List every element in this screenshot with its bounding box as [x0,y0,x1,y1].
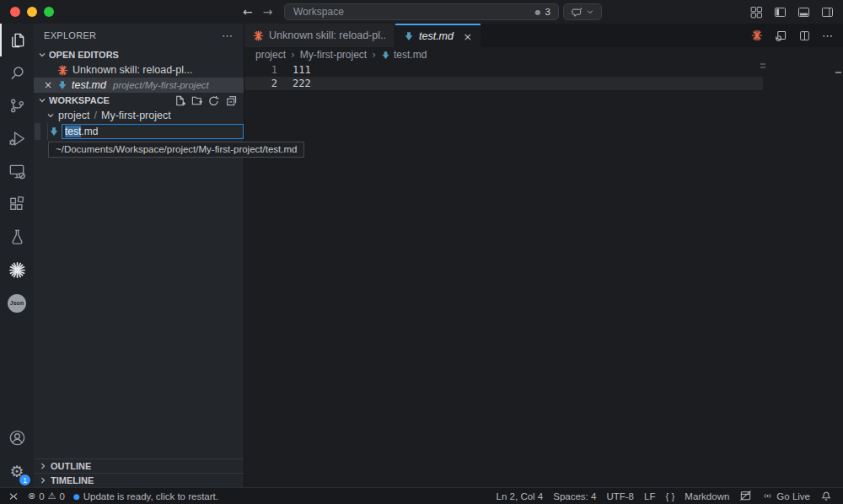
rename-input[interactable]: test.md [62,124,244,139]
rename-rest-text: .md [81,126,98,137]
window-controls-traffic-lights [10,7,54,17]
account-icon[interactable] [0,421,34,454]
new-file-icon[interactable] [174,94,186,107]
code-area[interactable]: 1 111 2 222 [244,62,843,487]
status-bar: ⊗ 0 ⚠ 0 ● Update is ready, click to rest… [0,487,843,504]
breadcrumb-root[interactable]: project [255,49,286,61]
minimize-window-button[interactable] [27,7,37,17]
explorer-more-actions-icon[interactable]: ⋯ [222,29,234,42]
settings-gear-icon[interactable]: ⚙ 1 [0,454,34,487]
markdown-file-icon [381,51,390,60]
breadcrumb-file[interactable]: test.md [381,49,427,61]
editor-group: Unknown skill: reload-pl... test.md × [244,24,843,487]
timeline-section-header[interactable]: TIMELINE [34,473,244,487]
command-center-search[interactable]: Workspace ● 3 [284,3,559,20]
line-number: 1 [244,63,277,77]
breadcrumb-folder[interactable]: My-first-project [300,49,367,61]
activity-bar: Json ⚙ 1 [0,24,34,487]
open-preview-icon[interactable] [774,29,787,42]
chevron-right-icon [39,462,47,470]
settings-badge: 1 [19,475,30,485]
customize-layout-icon[interactable] [749,5,764,19]
browser-slash-icon[interactable] [735,490,756,502]
forward-icon[interactable]: → [263,5,273,19]
problems-indicator[interactable]: ⊗ 0 ⚠ 0 [24,491,69,501]
starburst-icon [253,30,264,41]
extensions-icon[interactable] [0,188,34,221]
explorer-sidebar: EXPLORER ⋯ OPEN EDITORS Unknown skill: r… [34,24,244,487]
language-mode[interactable]: Markdown [680,491,733,501]
open-editors-header[interactable]: OPEN EDITORS [34,47,244,62]
eol-status[interactable]: LF [640,491,659,501]
update-message: Update is ready, click to restart. [83,491,218,501]
testing-icon[interactable] [0,221,34,254]
chevron-separator: › [372,49,376,61]
line-text: 111 [293,63,311,77]
refresh-icon[interactable] [207,94,220,107]
tab-label: Unknown skill: reload-pl... [269,29,386,41]
open-editor-item-test-md[interactable]: × test.md project/My-first-project [34,78,244,93]
explorer-icon[interactable] [0,24,34,56]
command-center-badge: ● 3 [535,7,558,17]
close-window-button[interactable] [10,7,20,17]
indentation-status[interactable]: Spaces: 4 [549,491,600,501]
workspace-header[interactable]: WORKSPACE [34,93,244,108]
brackets-status[interactable]: { } [661,491,679,501]
outline-section-header[interactable]: OUTLINE [34,458,244,473]
remote-indicator[interactable] [3,491,24,502]
encoding-status[interactable]: UTF-8 [602,491,638,501]
update-status[interactable]: ● Update is ready, click to restart. [69,491,223,501]
toggle-panel-icon[interactable] [797,5,811,19]
more-actions-icon[interactable]: ⋯ [822,29,833,42]
chevron-down-icon [38,51,46,59]
copilot-chat-button[interactable] [563,3,602,20]
markdown-file-icon [404,31,414,41]
folder-row-project[interactable]: project / My-first-project [34,108,244,123]
bell-icon[interactable] [816,491,836,502]
new-folder-icon[interactable] [191,94,203,107]
badge-count: 3 [545,7,550,17]
file-path-tooltip: ~/Documents/Workspace/project/My-first-p… [48,142,304,158]
starburst-icon[interactable] [751,29,763,41]
go-live-status[interactable]: Go Live [758,491,814,501]
rename-file-row: test.md [34,123,244,140]
chevron-down-icon [586,8,594,16]
folder-name: project [58,110,90,121]
cursor-position[interactable]: Ln 2, Col 4 [492,491,548,501]
back-icon[interactable]: ← [243,5,253,19]
titlebar: ← → Workspace ● 3 [0,0,843,24]
tab-unknown-skill[interactable]: Unknown skill: reload-pl... [244,24,395,47]
run-debug-icon[interactable] [0,122,34,155]
workspace-title: Workspace [285,6,344,18]
chevron-down-icon [46,111,55,120]
close-icon[interactable]: × [464,30,472,43]
split-editor-icon[interactable] [798,29,811,42]
line-text: 222 [293,77,311,90]
markdown-file-icon [49,126,59,137]
chevron-separator: › [291,49,295,61]
error-icon: ⊗ [28,491,35,501]
minimap-line-mark [760,63,765,65]
json-extension-icon[interactable]: Json [0,287,34,319]
overview-ruler-cursor-mark [835,72,841,73]
close-icon[interactable]: × [44,79,53,91]
maximize-window-button[interactable] [44,7,54,17]
toggle-primary-sidebar-icon[interactable] [773,5,787,19]
skill-starburst-icon[interactable] [0,254,34,287]
source-control-icon[interactable] [0,89,34,122]
compact-folder-separator: / [94,110,97,121]
code-line-2-current: 2 222 [244,77,763,90]
row-focus-marker [35,123,40,140]
search-icon[interactable] [0,56,34,89]
broadcast-icon [762,491,773,501]
toggle-secondary-sidebar-icon[interactable] [820,5,835,19]
tab-bar: Unknown skill: reload-pl... test.md × [244,24,843,47]
update-dot-icon: ● [73,492,80,501]
tab-test-md[interactable]: test.md × [395,24,481,47]
chevron-down-icon [38,96,46,105]
subfolder-name: My-first-project [101,110,171,121]
starburst-icon [57,65,68,76]
open-editor-item-unknown-skill[interactable]: Unknown skill: reload-pl... [34,62,244,78]
remote-explorer-icon[interactable] [0,155,34,188]
collapse-all-icon[interactable] [224,94,237,107]
